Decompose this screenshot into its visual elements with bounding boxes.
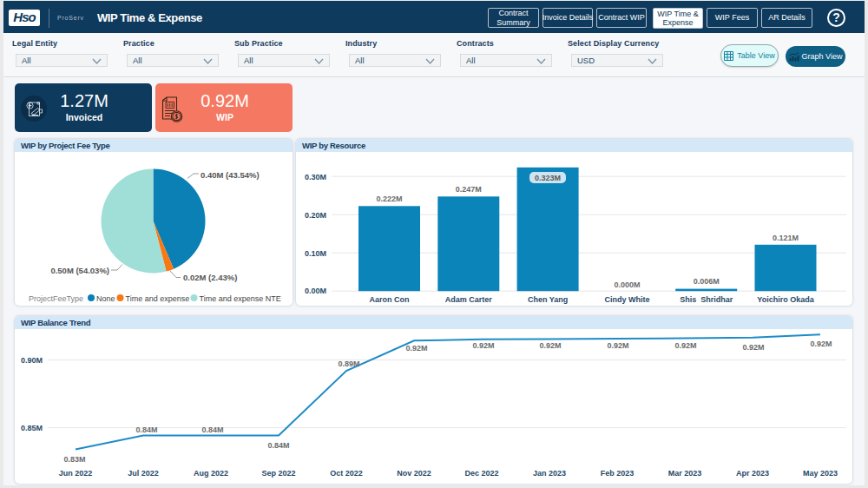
svg-text:0.00M: 0.00M (305, 287, 326, 295)
svg-text:Jun 2022: Jun 2022 (59, 469, 93, 478)
svg-text:Cindy White: Cindy White (604, 295, 649, 304)
svg-text:0.84M: 0.84M (135, 425, 157, 434)
svg-text:0.92M: 0.92M (607, 341, 628, 350)
svg-text:0.92M: 0.92M (742, 343, 764, 352)
svg-text:ProjectFeeType: ProjectFeeType (29, 294, 83, 303)
svg-text:Time and expense NTE: Time and expense NTE (200, 294, 281, 303)
svg-text:0.92M: 0.92M (539, 341, 561, 350)
svg-text:0.323M: 0.323M (535, 174, 561, 182)
svg-text:0.92M: 0.92M (674, 341, 696, 350)
svg-text:Chen Yang: Chen Yang (528, 295, 568, 304)
svg-text:Sep 2022: Sep 2022 (261, 469, 295, 478)
svg-text:0.20M: 0.20M (305, 211, 326, 220)
svg-text:0.92M: 0.92M (810, 340, 832, 348)
svg-text:0.50M (54.03%): 0.50M (54.03%) (50, 266, 109, 275)
svg-text:0.02M (2.43%): 0.02M (2.43%) (183, 273, 237, 282)
svg-text:0.84M: 0.84M (201, 425, 223, 434)
svg-text:0.92M: 0.92M (472, 341, 494, 350)
svg-text:Jan 2023: Jan 2023 (533, 469, 566, 478)
svg-text:None: None (96, 294, 115, 303)
svg-text:Feb 2023: Feb 2023 (601, 469, 635, 478)
svg-text:0.000M: 0.000M (614, 280, 640, 289)
svg-text:Aug 2022: Aug 2022 (194, 469, 228, 478)
svg-text:Shis Shridhar: Shis Shridhar (680, 295, 733, 304)
svg-text:Nov 2022: Nov 2022 (397, 469, 431, 478)
svg-text:0.10M: 0.10M (305, 249, 326, 258)
svg-text:0.92M: 0.92M (405, 344, 427, 353)
svg-text:Yoichiro Okada: Yoichiro Okada (757, 295, 814, 304)
svg-text:Time and expense: Time and expense (126, 294, 190, 303)
svg-text:May 2023: May 2023 (803, 469, 838, 478)
svg-text:0.90M: 0.90M (21, 356, 43, 365)
svg-text:0.30M: 0.30M (305, 173, 326, 181)
svg-text:0.84M: 0.84M (267, 441, 289, 450)
svg-text:0.247M: 0.247M (456, 185, 482, 194)
svg-text:0.222M: 0.222M (376, 195, 402, 203)
svg-text:0.006M: 0.006M (694, 277, 720, 286)
svg-text:0.89M: 0.89M (338, 359, 359, 368)
svg-text:Oct 2022: Oct 2022 (330, 469, 363, 478)
svg-text:0.83M: 0.83M (63, 455, 85, 464)
svg-text:Dec 2022: Dec 2022 (464, 469, 498, 478)
svg-text:0.85M: 0.85M (21, 424, 43, 432)
svg-text:0.121M: 0.121M (773, 234, 799, 242)
svg-text:0.40M (43.54%): 0.40M (43.54%) (201, 170, 260, 180)
svg-text:Aaron Con: Aaron Con (370, 295, 410, 304)
svg-text:Mar 2023: Mar 2023 (668, 469, 702, 478)
svg-text:Adam Carter: Adam Carter (445, 295, 493, 304)
svg-text:Apr 2023: Apr 2023 (736, 469, 769, 478)
svg-text:Jul 2022: Jul 2022 (128, 469, 159, 478)
